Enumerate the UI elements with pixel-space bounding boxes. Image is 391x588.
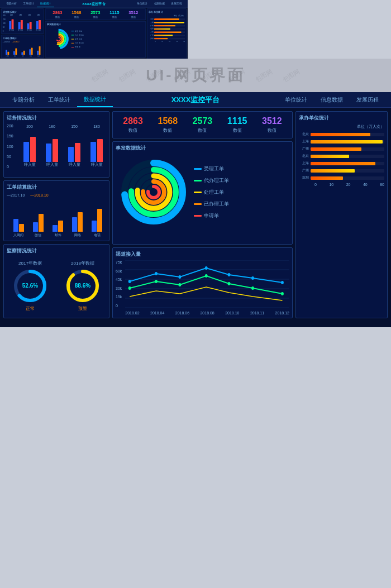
hbar-track bbox=[154, 25, 185, 26]
main-calls-title: 话务情况统计 bbox=[7, 114, 106, 122]
main-channel-title: 渠道接入量 bbox=[116, 251, 289, 258]
hbar-track bbox=[311, 162, 384, 165]
main-stat-1-label: 数值 bbox=[158, 127, 178, 133]
hbar-row: 广州 bbox=[299, 168, 384, 173]
main-panel-event: 事发数据统计 bbox=[112, 141, 293, 245]
hbar-city-label: 上海 bbox=[299, 161, 309, 166]
hbar-city-label: 广州 bbox=[149, 34, 154, 36]
main-nav-3[interactable]: 单位统计 bbox=[278, 92, 314, 107]
main-stat-2-value: 2573 bbox=[193, 116, 213, 126]
hbar-city-label: 广州 bbox=[299, 146, 309, 151]
stat-2-label: 数值 bbox=[90, 16, 100, 18]
hbar-track bbox=[311, 133, 384, 136]
hbar-city-label: 上海 bbox=[299, 139, 309, 144]
svg-point-66 bbox=[228, 282, 231, 285]
hbar-row: 上海 bbox=[299, 161, 384, 166]
main-stats-row: 2863 数值 1568 数值 2573 数值 1115 数值 3512 数 bbox=[112, 111, 293, 138]
hbar-row: 上海 bbox=[149, 31, 185, 33]
hbar-fill bbox=[154, 28, 170, 30]
stat-4: 3512 数值 bbox=[128, 10, 138, 18]
nav-item-4[interactable]: 信息数据 bbox=[151, 0, 168, 7]
main-nav-title: XXXX监控平台 bbox=[113, 95, 278, 105]
main-stat-1-value: 1568 bbox=[158, 116, 178, 126]
nav-title: XXXX监控平台 bbox=[54, 1, 133, 6]
main-stat-2-label: 数值 bbox=[193, 127, 213, 133]
hbar-track bbox=[311, 169, 384, 173]
hbar-track bbox=[311, 155, 384, 158]
svg-point-57 bbox=[179, 275, 182, 279]
main-nav-4[interactable]: 信息数据 bbox=[314, 92, 350, 107]
stat-2: 2573 数值 bbox=[90, 10, 100, 18]
svg-point-68 bbox=[281, 292, 284, 295]
hbar-fill bbox=[311, 169, 355, 173]
main-nav-5[interactable]: 发展历程 bbox=[350, 92, 385, 107]
hbar-track bbox=[154, 37, 185, 39]
main-monitor-title: 监察情况统计 bbox=[7, 247, 106, 255]
stat-4-value: 3512 bbox=[128, 10, 138, 15]
hbar-track bbox=[154, 28, 185, 30]
section-divider: 包图网包图网包图网 包图网包图网包图网 包图网包图网 UI-网页界面 bbox=[0, 59, 391, 92]
panel-calls: 话务情况统计 200 150 100 50 0 200 bbox=[1, 8, 44, 34]
main-panel-channel: 渠道接入量 75k 60k 45k 30k 15k 0 bbox=[112, 247, 293, 318]
hbar-fill bbox=[311, 140, 383, 144]
panel-event: 事发数据统计 受理工单 代办理工单 处理工单 bbox=[45, 21, 146, 58]
hbar-fill bbox=[154, 25, 175, 26]
watermark-main-text: UI-网页界面 bbox=[146, 65, 245, 86]
svg-point-59 bbox=[228, 273, 231, 276]
hbar-city-label: 广州 bbox=[149, 25, 154, 27]
nav-item-1[interactable]: 工单统计 bbox=[20, 0, 37, 7]
main-nav-2[interactable]: 数据统计 bbox=[77, 92, 113, 107]
main-stat-3-label: 数值 bbox=[227, 127, 247, 133]
panel-work-order-title: 工单结算统计 bbox=[3, 36, 42, 40]
main-nav-1[interactable]: 工单统计 bbox=[41, 92, 77, 107]
stat-1: 1568 数值 bbox=[71, 10, 81, 18]
hbar-city-label: 深圳 bbox=[299, 175, 309, 180]
hbar-fill bbox=[311, 147, 361, 151]
hbar-track bbox=[154, 31, 185, 33]
svg-point-62 bbox=[128, 286, 131, 290]
nav-item-0[interactable]: 专题分析 bbox=[3, 0, 20, 7]
main-stat-4-value: 3512 bbox=[262, 116, 282, 126]
main-stat-0-label: 数值 bbox=[123, 127, 143, 133]
hbar-fill bbox=[311, 162, 375, 165]
hbar-row: 上海 bbox=[149, 21, 185, 23]
stat-0-value: 2863 bbox=[53, 10, 62, 15]
stat-4-label: 数值 bbox=[128, 16, 138, 18]
stat-0: 2863 数值 bbox=[53, 10, 62, 18]
hbar-city-label: 广州 bbox=[299, 168, 309, 173]
nav-item-5[interactable]: 发展历程 bbox=[168, 0, 185, 7]
hbar-track bbox=[311, 147, 384, 151]
panel-event-title: 事发数据统计 bbox=[47, 23, 145, 26]
main-nav-0[interactable]: 专题分析 bbox=[6, 92, 41, 107]
hbar-fill bbox=[154, 31, 181, 33]
hbar-fill bbox=[154, 37, 168, 39]
hbar-city-label: 北京 bbox=[299, 132, 309, 137]
hbar-row: 广州 bbox=[149, 25, 185, 27]
svg-point-64 bbox=[179, 283, 182, 286]
hbar-row: 深圳 bbox=[299, 175, 384, 180]
hbar-row: 广州 bbox=[299, 146, 384, 151]
hbar-row: 北京 bbox=[149, 18, 185, 20]
svg-point-60 bbox=[251, 276, 254, 280]
stat-3: 1115 数值 bbox=[109, 10, 119, 18]
svg-point-65 bbox=[205, 274, 208, 278]
hbar-row: 北京 bbox=[299, 132, 384, 137]
stat-0-label: 数值 bbox=[53, 16, 62, 18]
svg-point-56 bbox=[155, 272, 158, 275]
main-panel-monitor: 监察情况统计 2017年数据 52.6% 正常 2018年数据 bbox=[3, 244, 109, 318]
hbar-fill bbox=[311, 155, 349, 158]
hbar-fill bbox=[311, 133, 370, 136]
hbar-track bbox=[311, 176, 384, 180]
stat-1-label: 数值 bbox=[71, 16, 81, 18]
hbar-city-label: 上海 bbox=[149, 31, 154, 33]
svg-point-9 bbox=[55, 36, 61, 42]
main-stat-3-value: 1115 bbox=[227, 116, 247, 126]
hbar-city-label: 北京 bbox=[299, 154, 309, 159]
nav-item-2[interactable]: 数据统计 bbox=[37, 0, 54, 7]
hbar-row: 深圳 bbox=[149, 37, 185, 40]
stat-2-value: 2573 bbox=[90, 10, 100, 15]
hbar-track bbox=[154, 22, 185, 23]
hbar-fill bbox=[154, 35, 173, 36]
nav-item-3[interactable]: 单位统计 bbox=[133, 0, 151, 7]
hbar-row: 北京 bbox=[299, 154, 384, 159]
